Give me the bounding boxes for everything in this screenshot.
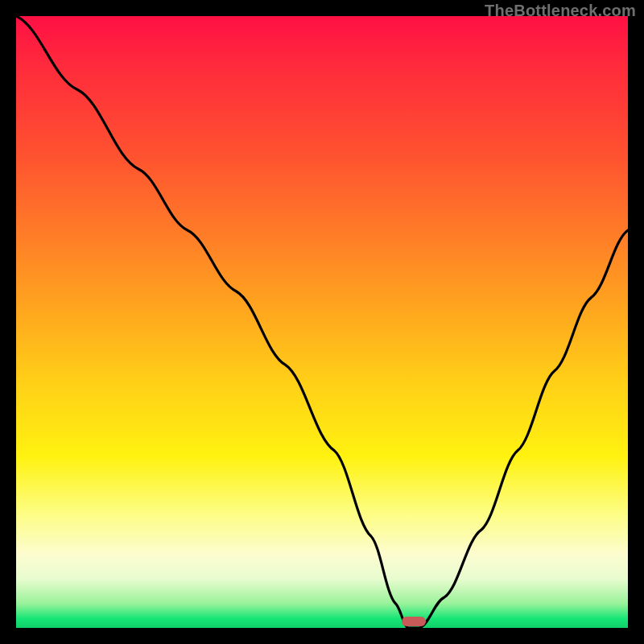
bottleneck-curve <box>16 16 628 628</box>
chart-frame: TheBottleneck.com <box>0 0 644 644</box>
plot-area <box>16 16 628 628</box>
best-match-marker <box>402 617 426 626</box>
